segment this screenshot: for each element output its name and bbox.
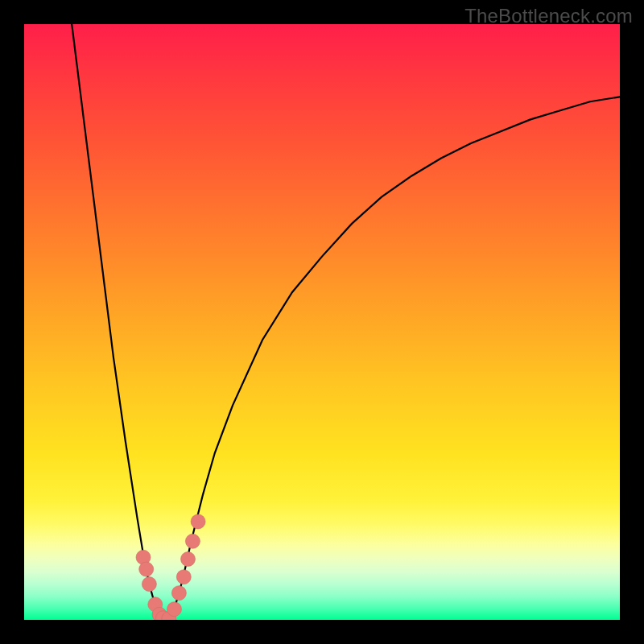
bottleneck-curve bbox=[72, 24, 620, 620]
measured-point bbox=[139, 562, 154, 576]
measured-point bbox=[185, 534, 200, 548]
measured-point bbox=[176, 570, 191, 584]
measured-points-group bbox=[136, 514, 205, 620]
curve-svg bbox=[24, 24, 620, 620]
measured-point bbox=[167, 602, 181, 617]
measured-point bbox=[191, 514, 205, 529]
chart-frame: TheBottleneck.com bbox=[0, 0, 644, 644]
measured-point bbox=[142, 577, 156, 592]
plot-area bbox=[24, 24, 620, 620]
measured-point bbox=[171, 586, 186, 601]
measured-point bbox=[181, 552, 196, 567]
